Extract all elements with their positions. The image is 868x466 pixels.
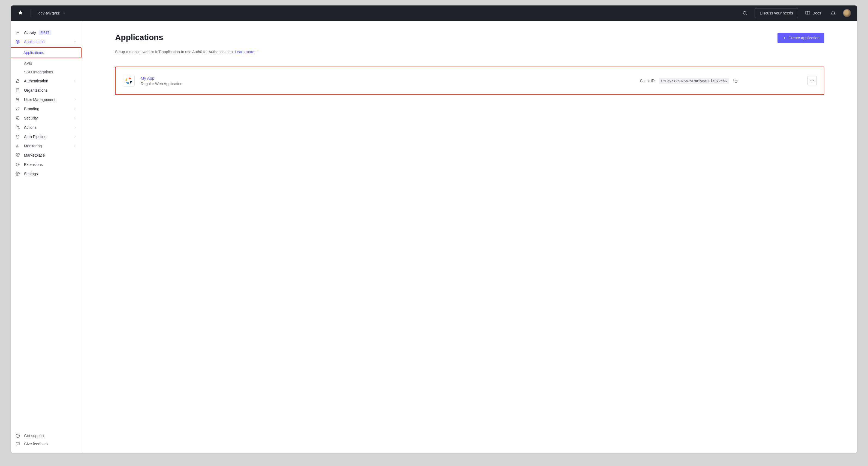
topbar: dev-tyj7qyzz Discuss your needs Docs <box>11 5 857 21</box>
svg-rect-3 <box>17 81 19 83</box>
learn-more-link[interactable]: Learn more → <box>235 50 259 54</box>
book-icon <box>805 11 810 16</box>
activity-icon <box>15 30 20 35</box>
svg-point-21 <box>17 164 18 165</box>
sidebar-item-applications[interactable]: Applications <box>11 37 82 47</box>
sidebar-item-label: Actions <box>24 125 36 129</box>
sidebar-item-label: Organizations <box>24 88 48 92</box>
page-description: Setup a mobile, web or IoT application t… <box>115 50 825 54</box>
svg-rect-18 <box>16 155 18 157</box>
chevron-right-icon <box>73 79 77 83</box>
client-id-label: Client ID: <box>640 79 656 83</box>
svg-point-0 <box>743 11 746 14</box>
sidebar-item-label: Marketplace <box>24 153 45 157</box>
sidebar-item-marketplace[interactable]: Marketplace <box>11 151 82 160</box>
app-more-button[interactable] <box>807 76 817 85</box>
layers-icon <box>15 39 20 44</box>
tenant-switcher[interactable]: dev-tyj7qyzz <box>37 9 67 17</box>
sidebar-item-label: Branding <box>24 107 39 111</box>
svg-rect-12 <box>18 128 19 129</box>
sidebar-item-activity[interactable]: Activity FIRST <box>11 28 82 37</box>
footer-get-support[interactable]: Get support <box>11 432 82 440</box>
footer-item-label: Get support <box>24 434 44 438</box>
pipeline-icon <box>15 134 20 139</box>
auth0-logo[interactable] <box>17 9 24 17</box>
client-id-block: Client ID: CtCqy3AvbQZSo7sE9RiynaPuiXOxv… <box>640 78 739 84</box>
svg-point-22 <box>17 173 18 174</box>
notifications-button[interactable] <box>828 8 838 18</box>
sidebar-item-branding[interactable]: Branding <box>11 104 82 114</box>
svg-point-9 <box>17 98 18 99</box>
sidebar-item-label: Settings <box>24 172 38 176</box>
sidebar-item-actions[interactable]: Actions <box>11 123 82 132</box>
client-id-value: CtCqy3AvbQZSo7sE9RiynaPuiXOxvebG <box>659 78 729 84</box>
gear-icon <box>15 171 20 176</box>
chevron-right-icon <box>73 117 77 120</box>
sidebar-item-auth-pipeline[interactable]: Auth Pipeline <box>11 132 82 141</box>
page-header: Applications Create Application <box>115 33 825 43</box>
grid-add-icon <box>15 153 20 158</box>
app-name-block: My App Regular Web Application <box>141 76 212 86</box>
discuss-needs-button[interactable]: Discuss your needs <box>754 8 798 18</box>
arrow-right-icon: → <box>255 50 259 54</box>
puzzle-icon <box>15 162 20 167</box>
sidebar-sub-applications[interactable]: Applications <box>11 48 81 57</box>
message-icon <box>15 441 20 446</box>
more-horizontal-icon <box>810 79 814 83</box>
plus-icon <box>782 36 786 40</box>
sidebar-item-label: Auth Pipeline <box>24 135 46 139</box>
app-body: Activity FIRST Applications Applications <box>11 21 857 453</box>
sidebar-item-extensions[interactable]: Extensions <box>11 160 82 169</box>
sidebar: Activity FIRST Applications Applications <box>11 21 82 453</box>
svg-point-10 <box>18 98 19 99</box>
sidebar-item-authentication[interactable]: Authentication <box>11 77 82 86</box>
sidebar-item-label: Extensions <box>24 162 42 167</box>
app-name-link[interactable]: My App <box>141 76 212 81</box>
sidebar-item-label: Activity <box>24 30 36 35</box>
sidebar-sub-sso-integrations[interactable]: SSO Integrations <box>11 68 82 77</box>
user-avatar[interactable] <box>843 9 851 17</box>
main-content: Applications Create Application Setup a … <box>82 21 857 453</box>
users-icon <box>15 97 20 102</box>
svg-rect-11 <box>16 126 17 127</box>
docs-label: Docs <box>812 11 821 15</box>
sidebar-item-label: Monitoring <box>24 144 42 148</box>
page-title: Applications <box>115 33 163 42</box>
sidebar-item-organizations[interactable]: Organizations <box>11 86 82 95</box>
svg-marker-2 <box>16 40 19 42</box>
sidebar-item-monitoring[interactable]: Monitoring <box>11 141 82 151</box>
search-icon <box>742 11 747 16</box>
svg-rect-4 <box>17 89 19 92</box>
svg-point-29 <box>810 81 811 81</box>
chevron-right-icon <box>73 98 77 101</box>
sidebar-item-label: User Management <box>24 97 55 102</box>
sidebar-sub-label: Applications <box>24 51 44 55</box>
sidebar-item-label: Security <box>24 116 38 120</box>
copy-client-id-button[interactable] <box>732 78 739 84</box>
svg-line-1 <box>746 14 746 15</box>
sidebar-item-label: Applications <box>24 39 45 44</box>
sidebar-sub-label: SSO Integrations <box>24 70 53 74</box>
sidebar-footer: Get support Give feedback <box>11 432 82 453</box>
app-frame: dev-tyj7qyzz Discuss your needs Docs <box>11 5 857 453</box>
nav-list: Activity FIRST Applications Applications <box>11 28 82 432</box>
bar-chart-icon <box>15 144 20 148</box>
create-application-button[interactable]: Create Application <box>777 33 825 43</box>
sidebar-item-user-management[interactable]: User Management <box>11 95 82 104</box>
footer-item-label: Give feedback <box>24 442 49 446</box>
sidebar-item-security[interactable]: Security <box>11 114 82 123</box>
footer-give-feedback[interactable]: Give feedback <box>11 440 82 448</box>
svg-point-31 <box>813 81 814 81</box>
applications-list: My App Regular Web Application Client ID… <box>115 66 825 95</box>
building-icon <box>15 88 20 93</box>
sidebar-sub-apis[interactable]: APIs <box>11 59 82 68</box>
badge-first: FIRST <box>39 30 51 35</box>
help-circle-icon <box>15 433 20 438</box>
sidebar-item-settings[interactable]: Settings <box>11 169 82 178</box>
chevron-right-icon <box>73 126 77 129</box>
chevron-down-icon <box>62 11 66 15</box>
search-button[interactable] <box>740 8 750 18</box>
application-row: My App Regular Web Application Client ID… <box>115 66 825 95</box>
app-icon <box>123 75 135 87</box>
docs-link[interactable]: Docs <box>803 9 823 17</box>
